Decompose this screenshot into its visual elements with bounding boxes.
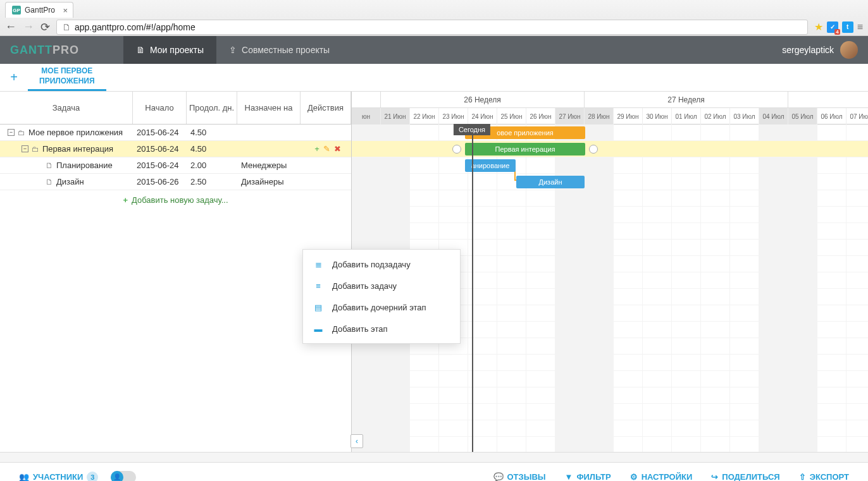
document-icon: 🗋 bbox=[46, 178, 53, 186]
gantt-row: овое приложения bbox=[352, 125, 868, 141]
add-project-button[interactable]: + bbox=[0, 64, 28, 91]
horizontal-scrollbar[interactable] bbox=[0, 452, 868, 462]
cell-assigned[interactable]: Менеджеры bbox=[237, 161, 301, 170]
filter-icon: ▼ bbox=[565, 472, 573, 481]
cell-start[interactable]: 2015-06-24 bbox=[133, 144, 187, 154]
childstage-icon: ▤ bbox=[313, 303, 323, 312]
col-header-task[interactable]: Задача bbox=[0, 92, 133, 124]
col-header-assigned[interactable]: Назначен на bbox=[237, 92, 301, 124]
settings-button[interactable]: ⚙НАСТРОЙКИ bbox=[624, 472, 699, 481]
document-icon: 🗎 bbox=[136, 45, 145, 55]
gantt-row: анирование bbox=[352, 157, 868, 174]
day-cell: 23 Июн bbox=[439, 108, 468, 125]
task-cell[interactable]: −🗀Мое первое приложения bbox=[0, 128, 133, 137]
day-cell: 21 Июн bbox=[381, 108, 410, 125]
gantt-bar[interactable]: Дизайн bbox=[516, 176, 585, 188]
expand-toggle[interactable]: − bbox=[8, 129, 15, 136]
cell-dur[interactable]: 2.00 bbox=[187, 161, 237, 170]
day-cell: 30 Июн bbox=[643, 108, 672, 125]
task-row[interactable]: 🗋Планирование2015-06-242.00Менеджеры bbox=[0, 157, 351, 174]
users-icon: 👥 bbox=[19, 472, 29, 481]
logo[interactable]: GANTTPRO bbox=[0, 44, 123, 57]
view-toggle[interactable]: 👤 bbox=[111, 471, 136, 482]
day-cell: 24 Июн bbox=[468, 108, 497, 125]
task-row[interactable]: −🗀Первая интерация2015-06-244.50+✎✖ bbox=[0, 141, 351, 157]
context-menu-label: Добавить задачу bbox=[332, 281, 397, 291]
nav-my-projects[interactable]: 🗎 Мои проекты bbox=[123, 36, 216, 64]
day-cell: 28 Июн bbox=[585, 108, 614, 125]
context-menu-label: Добавить этап bbox=[332, 324, 388, 334]
context-menu-item[interactable]: ≡Добавить задачу bbox=[303, 275, 460, 296]
day-cell: 27 Июн bbox=[555, 108, 585, 125]
col-header-start[interactable]: Начало bbox=[133, 92, 187, 124]
bar-handle-left[interactable] bbox=[452, 145, 461, 154]
gantt-bar[interactable]: анирование bbox=[465, 159, 516, 172]
edit-icon[interactable]: ✎ bbox=[323, 144, 330, 154]
main: Задача Начало Продол. дн. Назначен на Де… bbox=[0, 92, 868, 452]
reload-icon[interactable]: ⟳ bbox=[40, 20, 50, 34]
nav-shared-projects[interactable]: ⇪ Совместные проекты bbox=[216, 36, 342, 64]
task-name: Мое первое приложения bbox=[28, 128, 123, 137]
collapse-grid-handle[interactable]: ‹ bbox=[350, 434, 363, 448]
day-cell: юн bbox=[352, 108, 381, 125]
context-menu-item[interactable]: ▤Добавить дочерний этап bbox=[303, 296, 460, 318]
export-button[interactable]: ⇧ЭКСПОРТ bbox=[793, 472, 855, 481]
address-bar[interactable]: 🗋 app.ganttpro.com/#!/app/home bbox=[56, 20, 808, 35]
task-name: Планирование bbox=[56, 161, 113, 170]
project-bar: + МОЕ ПЕРВОЕ ПРИЛОЖЕНИЯ bbox=[0, 64, 868, 92]
day-cell: 06 Июл bbox=[817, 108, 846, 125]
avatar[interactable] bbox=[840, 41, 858, 59]
bar-handle-right[interactable] bbox=[589, 145, 598, 154]
hamburger-menu-icon[interactable]: ≡ bbox=[857, 21, 863, 33]
username[interactable]: sergeylaptick bbox=[782, 45, 834, 55]
cell-assigned[interactable]: Дизайнеры bbox=[237, 177, 301, 186]
context-menu: ≣Добавить подзадачу≡Добавить задачу▤Доба… bbox=[302, 249, 461, 344]
week-cell bbox=[352, 92, 381, 107]
add-task-row[interactable]: + Добавить новую задачу... bbox=[0, 190, 351, 209]
cell-dur[interactable]: 4.50 bbox=[187, 144, 237, 154]
grid-body: −🗀Мое первое приложения2015-06-244.50−🗀П… bbox=[0, 125, 351, 190]
col-header-duration[interactable]: Продол. дн. bbox=[187, 92, 237, 124]
extension-icon[interactable]: ✓4 bbox=[827, 21, 838, 33]
day-cell: 01 Июл bbox=[672, 108, 701, 125]
cell-dur[interactable]: 2.50 bbox=[187, 177, 237, 186]
task-cell[interactable]: −🗀Первая интерация bbox=[0, 144, 133, 154]
share-icon: ⇪ bbox=[229, 45, 237, 55]
day-cell: 22 Июн bbox=[410, 108, 439, 125]
context-menu-item[interactable]: ≣Добавить подзадачу bbox=[303, 253, 460, 275]
project-tab[interactable]: МОЕ ПЕРВОЕ ПРИЛОЖЕНИЯ bbox=[28, 64, 106, 91]
actions-cell: +✎✖ bbox=[301, 144, 351, 154]
task-row[interactable]: 🗋Дизайн2015-06-262.50Дизайнеры bbox=[0, 174, 351, 190]
delete-icon[interactable]: ✖ bbox=[334, 144, 341, 154]
filter-button[interactable]: ▼ФИЛЬТР bbox=[559, 472, 617, 481]
tab-close-icon[interactable]: × bbox=[63, 6, 68, 15]
reviews-button[interactable]: 💬ОТЗЫВЫ bbox=[487, 472, 552, 481]
day-cell: 07 Июл bbox=[846, 108, 868, 125]
week-cell: 27 Неделя bbox=[585, 92, 788, 107]
participants-button[interactable]: 👥 УЧАСТНИКИ 3 bbox=[13, 472, 104, 482]
task-row[interactable]: −🗀Мое первое приложения2015-06-244.50 bbox=[0, 125, 351, 141]
share-button[interactable]: ↪ПОДЕЛИТЬСЯ bbox=[705, 472, 786, 481]
task-icon: ≡ bbox=[313, 281, 323, 291]
gantt-row: Первая интерация bbox=[352, 141, 868, 157]
forward-icon[interactable]: → bbox=[23, 20, 34, 33]
task-cell[interactable]: 🗋Планирование bbox=[0, 161, 133, 170]
cell-start[interactable]: 2015-06-26 bbox=[133, 177, 187, 186]
bookmark-star-icon[interactable]: ★ bbox=[814, 21, 823, 33]
cell-start[interactable]: 2015-06-24 bbox=[133, 161, 187, 170]
day-cell: 25 Июн bbox=[497, 108, 526, 125]
back-icon[interactable]: ← bbox=[5, 20, 16, 33]
expand-toggle[interactable]: − bbox=[22, 145, 28, 152]
day-cell: 02 Июл bbox=[701, 108, 730, 125]
comment-icon: 💬 bbox=[493, 472, 504, 481]
browser-tab[interactable]: GP GanttPro × bbox=[5, 2, 73, 18]
document-icon: 🗋 bbox=[46, 161, 53, 170]
cell-dur[interactable]: 4.50 bbox=[187, 128, 237, 137]
cell-start[interactable]: 2015-06-24 bbox=[133, 128, 187, 137]
add-subtask-icon[interactable]: + bbox=[314, 144, 319, 154]
gantt-bar[interactable]: Первая интерация bbox=[465, 143, 585, 155]
twitter-extension-icon[interactable]: t bbox=[842, 21, 853, 33]
context-menu-item[interactable]: ▬Добавить этап bbox=[303, 318, 460, 339]
task-cell[interactable]: 🗋Дизайн bbox=[0, 177, 133, 186]
subtask-icon: ≣ bbox=[313, 260, 323, 269]
